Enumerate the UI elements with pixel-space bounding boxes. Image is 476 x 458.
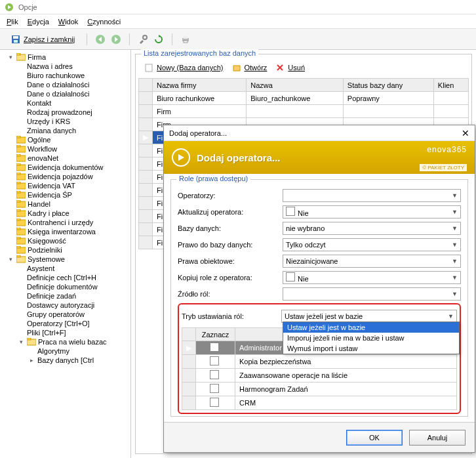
tree-item[interactable]: Ogólne [1,135,129,144]
role-mode-dropdown[interactable]: Ustaw jeżeli jest w bazieImporuj jeżeli … [283,322,460,354]
tree-item[interactable]: Nazwa i adres [1,62,129,71]
collapse-icon[interactable]: ▾ [7,256,14,263]
tree-item[interactable]: Pliki [Ctrl+F] [1,328,129,337]
tree-item[interactable]: Dane o działalności [1,89,129,98]
tree-item-label: Definicje dokumentów [27,283,98,291]
tree-item[interactable]: Asystent [1,264,129,273]
db-right-combo[interactable]: Tylko odczyt▼ [283,238,461,251]
tree-item-label: Praca na wielu bazac [38,338,107,346]
collapse-icon[interactable]: ▾ [7,54,14,61]
folder-icon [16,136,26,144]
tree-item[interactable]: Operatorzy [Ctrl+O] [1,319,129,328]
table-row[interactable]: Firm [139,105,469,118]
dropdown-option[interactable]: Imporuj jeżeli nie ma w bazie i ustaw [283,333,459,343]
svg-rect-47 [233,66,240,71]
tree-item[interactable]: Handel [1,199,129,209]
menu-file[interactable]: Plik [7,18,18,26]
tree-item[interactable]: Kontakt [1,98,129,108]
column-header[interactable]: Nazwa firmy [153,79,247,92]
role-row[interactable]: Zaawansowane operacje na liście [182,369,457,383]
tree-item[interactable]: Zmiana danych [1,126,129,135]
role-source-combo[interactable]: ▼ [283,287,461,301]
expand-icon[interactable]: ▸ [28,357,35,364]
role-mode-combo[interactable]: Ustaw jeżeli jest w bazie▼ [281,310,457,323]
tree-item-label: Zmiana danych [27,127,76,135]
tree-item-label: Dane o działalności [27,81,89,89]
tree-item[interactable]: Urzędy i KRS [1,117,129,126]
dialog-titlebar[interactable]: Dodaj operatora... ✕ [164,125,475,141]
forward-icon[interactable] [111,34,121,45]
role-checkbox[interactable] [210,384,219,393]
tree-item[interactable]: ▾Systemowe [1,255,129,264]
tree-item[interactable]: Ewidencja dokumentów [1,163,129,172]
tree-item[interactable]: Workflow [1,144,129,154]
databases-combo[interactable]: nie wybrano▼ [283,222,461,235]
update-operator-combo[interactable]: Nie▼ [283,205,461,219]
nav-tree[interactable]: ▾FirmaNazwa i adresBiuro rachunkoweDane … [0,50,131,458]
tree-item[interactable]: Księgowość [1,236,129,245]
print-icon[interactable] [180,34,191,45]
tree-item[interactable]: ▾Praca na wielu bazac [1,337,129,346]
role-row[interactable]: Harmonogram Zadań [182,383,457,396]
open-db-button[interactable]: Otwórz [231,62,268,73]
tree-item[interactable]: Grupy operatorów [1,310,129,319]
object-rights-combo[interactable]: Niezainicjowane▼ [283,255,461,268]
operators-combo[interactable]: ▼ [283,189,461,202]
tree-item[interactable]: Definicje zadań [1,291,129,301]
tree-item[interactable]: enovaNet [1,154,129,163]
tree-item[interactable]: Biuro rachunkowe [1,71,129,80]
tree-item[interactable]: Kontrahenci i urzędy [1,218,129,227]
role-checkbox[interactable] [210,370,219,379]
tree-item[interactable]: Ewidencja VAT [1,181,129,190]
collapse-icon[interactable]: ▾ [18,339,25,346]
refresh-icon[interactable] [153,34,164,45]
tree-item[interactable]: Podzielniki [1,245,129,255]
role-checkbox[interactable] [210,398,219,407]
tree-item[interactable]: Księga inwentarzowa [1,227,129,236]
svg-rect-4 [14,40,18,43]
close-icon[interactable]: ✕ [462,128,469,138]
tree-item-label: Algorytmy [37,347,69,355]
menu-actions[interactable]: Czynności [87,18,121,26]
tree-item[interactable]: Dostawcy autoryzacji [1,301,129,310]
tree-item-label: Ewidencja dokumentów [28,163,104,171]
tree-item[interactable]: ▸Bazy danych [Ctrl [1,356,129,365]
svg-rect-29 [16,191,20,193]
role-checkbox[interactable] [210,356,219,365]
column-header[interactable]: Status bazy dany [343,79,433,92]
tree-item[interactable]: Rodzaj prowadzonej [1,108,129,117]
ok-button[interactable]: OK [346,430,403,446]
column-header[interactable]: Zaznacz [196,328,235,341]
tree-item[interactable]: Kadry i płace [1,209,129,218]
tools-icon[interactable] [138,34,148,45]
tree-item[interactable]: Ewidencja ŚP [1,190,129,199]
role-row[interactable]: Kopia bezpieczeństwa [182,355,457,369]
tree-item[interactable]: Definicje dokumentów [1,282,129,291]
back-icon[interactable] [95,34,106,45]
menu-view[interactable]: Widok [58,18,79,26]
copy-roles-combo[interactable]: Nie▼ [283,271,461,284]
folder-icon [16,228,26,236]
tree-item-label: Handel [28,200,50,208]
tree-item[interactable]: ▾Firma [1,52,129,62]
tree-item[interactable]: Ewidencja pojazdów [1,172,129,181]
new-db-button[interactable]: Nowy (Baza danych) [144,62,224,73]
save-close-button[interactable]: Zapisz i zamknij [7,33,79,46]
column-header[interactable]: Nazwa [247,79,344,92]
dropdown-option[interactable]: Ustaw jeżeli jest w bazie [283,322,459,333]
folder-icon [16,219,26,226]
folder-icon [16,182,26,190]
dropdown-option[interactable]: Wymuś import i ustaw [283,343,459,354]
menu-edit[interactable]: Edycja [28,18,49,26]
role-row[interactable]: CRM [182,396,457,410]
table-row[interactable]: Biuro rachunkoweBiuro_rachunkowePoprawny [139,92,469,105]
object-rights-label: Prawa obiektowe: [178,257,283,265]
cancel-button[interactable]: Anuluj [409,430,466,446]
tree-item[interactable]: Algorytmy [1,346,129,356]
role-checkbox[interactable] [210,343,219,352]
tree-item-label: Dane o działalności [27,90,89,98]
tree-item[interactable]: Dane o działalności [1,80,129,89]
delete-db-button[interactable]: Usuń [275,62,305,73]
column-header[interactable]: Klien [433,79,468,92]
tree-item[interactable]: Definicje cech [Ctrl+H [1,273,129,282]
